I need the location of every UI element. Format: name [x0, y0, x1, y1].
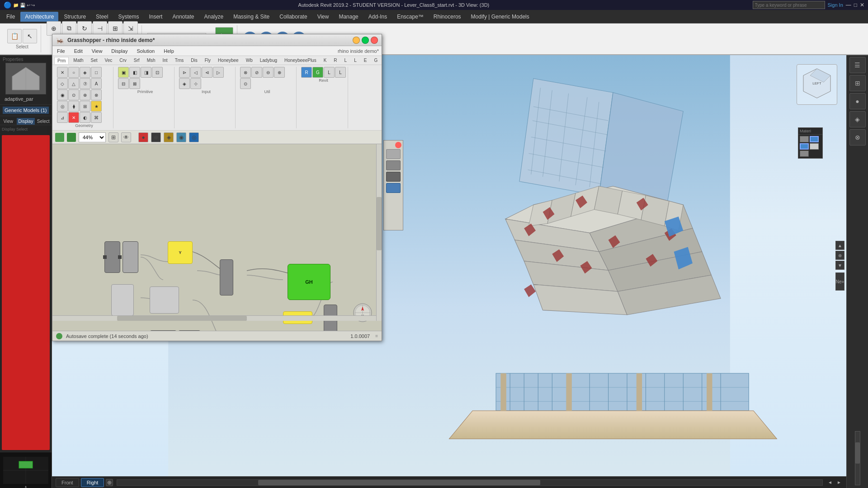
gh-zoom-dropdown[interactable]: 44%	[79, 132, 106, 142]
gh-comp-19[interactable]: ◐	[80, 112, 90, 123]
gh-menu-display[interactable]: Display	[109, 47, 129, 55]
gh-comp-12[interactable]: ⊗	[91, 89, 102, 100]
scroll-right-btn[interactable]: ►	[835, 479, 843, 486]
mirror-btn[interactable]: ⊣	[93, 21, 107, 36]
gh-rtab-crv[interactable]: Crv	[117, 57, 129, 64]
rs-btn-3[interactable]: ●	[849, 93, 866, 109]
tab-view[interactable]: View	[313, 12, 334, 22]
rs-btn-2[interactable]: ⊞	[849, 75, 866, 91]
gh-node-row3-2[interactable]	[178, 330, 201, 331]
gh-rtab-vec[interactable]: Vec	[102, 57, 115, 64]
gh-maximize-btn[interactable]	[362, 37, 369, 44]
navigation-cube[interactable]: LEFT	[797, 64, 837, 105]
gh-node-row3-1[interactable]	[150, 330, 177, 331]
gh-comp-15[interactable]: ⊞	[80, 101, 90, 112]
tab-modify[interactable]: Modify | Generic Models	[467, 12, 534, 22]
gh-node-light-1[interactable]	[111, 284, 134, 316]
gh-rtab-prm[interactable]: Prm	[54, 57, 69, 64]
gh-input-6[interactable]: ⊹	[190, 78, 201, 89]
tab-architecture[interactable]: Architecture	[20, 12, 58, 22]
gh-dialog-close-btn[interactable]	[395, 142, 401, 148]
gh-rtab-srf[interactable]: Srf	[131, 57, 142, 64]
gh-canvas-color1-btn[interactable]: ◈	[164, 132, 174, 142]
gh-util-4[interactable]: ⊕	[274, 67, 285, 78]
view-tab-right[interactable]: Right	[81, 478, 104, 487]
gh-comp-7[interactable]: ⑦	[80, 78, 90, 89]
tab-collaborate[interactable]: Collaborate	[275, 12, 311, 22]
gh-node-gray-2[interactable]	[123, 241, 138, 273]
gh-revit-1[interactable]: R	[301, 67, 312, 78]
gh-input-3[interactable]: ⊲	[202, 67, 212, 78]
gh-menu-edit[interactable]: Edit	[72, 47, 85, 55]
rotate-btn[interactable]: ↻	[77, 21, 92, 36]
gh-rtab-e[interactable]: E	[361, 57, 370, 64]
gh-revit-2[interactable]: G	[312, 67, 323, 78]
gh-comp-3[interactable]: ◈	[80, 67, 90, 78]
tab-select-panel[interactable]: Select	[35, 118, 52, 125]
tab-file[interactable]: File	[2, 12, 19, 22]
gh-rtab-trns[interactable]: Trns	[172, 57, 187, 64]
gh-revit-4[interactable]: L	[335, 67, 346, 78]
gh-comp-1[interactable]: ✕	[57, 67, 68, 78]
gh-util-3[interactable]: ⊖	[263, 67, 274, 78]
gh-comp-13[interactable]: ◎	[57, 101, 68, 112]
gh-revit-3[interactable]: L	[324, 67, 335, 78]
tab-systems[interactable]: Systems	[113, 12, 143, 22]
gh-rtab-dis[interactable]: Dis	[188, 57, 200, 64]
tab-display-panel[interactable]: Display	[17, 118, 35, 125]
properties-btn[interactable]: 📋	[7, 29, 22, 43]
horiz-scrollbar[interactable]	[117, 479, 823, 486]
gh-node-gray-1[interactable]	[104, 241, 120, 273]
keyword-search[interactable]	[753, 1, 825, 9]
gh-canvas-color3-btn[interactable]: ◎	[189, 132, 199, 142]
swatch-1[interactable]	[800, 136, 809, 142]
gh-canvas-color2-btn[interactable]: ◉	[176, 132, 186, 142]
gh-prim-2[interactable]: ◧	[129, 67, 140, 78]
gh-close-btn[interactable]	[371, 37, 378, 44]
scale-btn[interactable]: ⇲	[123, 21, 138, 36]
move-btn[interactable]: ⊕	[47, 21, 61, 36]
gh-rtab-l1[interactable]: L	[342, 57, 350, 64]
viewport-expand-btn[interactable]: ⊕	[835, 251, 844, 260]
window-maximize[interactable]: □	[854, 2, 857, 8]
gh-rtab-l2[interactable]: L	[351, 57, 359, 64]
gh-comp-5[interactable]: ◇	[57, 78, 68, 89]
gh-dialog-btn-4[interactable]	[386, 183, 401, 193]
gh-rtab-r[interactable]: R	[331, 57, 340, 64]
tab-enscape[interactable]: Enscape™	[392, 12, 428, 22]
gh-input-1[interactable]: ⊳	[179, 67, 190, 78]
gh-scrollbar-vertical[interactable]	[376, 144, 382, 321]
gh-dialog-btn-2[interactable]	[386, 160, 401, 170]
gh-canvas-view-btn[interactable]: 👁	[121, 132, 131, 142]
gh-comp-9[interactable]: ◉	[57, 89, 68, 100]
gh-rtab-msh[interactable]: Msh	[144, 57, 158, 64]
rs-btn-4[interactable]: ◈	[849, 111, 866, 127]
gh-rtab-set[interactable]: Set	[88, 57, 100, 64]
gh-menu-help[interactable]: Help	[162, 47, 176, 55]
gh-rtab-k[interactable]: K	[321, 57, 330, 64]
gh-canvas[interactable]: Y GH	[52, 144, 382, 331]
gh-rtab-honeybeep[interactable]: HoneybeeePlus	[282, 57, 319, 64]
gh-dialog-btn-1[interactable]	[386, 149, 401, 159]
gh-node-green-main[interactable]: GH	[288, 264, 330, 300]
viewport-next-btn[interactable]: Ne»	[835, 272, 844, 291]
tab-view-panel[interactable]: View	[0, 118, 17, 125]
tab-addins[interactable]: Add-Ins	[364, 12, 392, 22]
rs-btn-5[interactable]: ⊗	[849, 129, 866, 145]
gh-node-mid-1[interactable]	[220, 259, 233, 296]
swatch-blue-2[interactable]	[800, 143, 809, 150]
gh-canvas-red-btn[interactable]: ●	[138, 132, 148, 142]
gh-rtab-g[interactable]: G	[371, 57, 380, 64]
gh-input-2[interactable]: ◁	[190, 67, 201, 78]
copy-btn[interactable]: ⧉	[62, 21, 76, 36]
gh-canvas-grid-btn[interactable]: ⊞	[108, 132, 118, 142]
gh-prim-3[interactable]: ◨	[141, 67, 151, 78]
gh-comp-18[interactable]: ✕	[68, 112, 79, 123]
viewport-up-btn[interactable]: ▲	[835, 241, 844, 250]
gh-prim-1[interactable]: ▣	[118, 67, 129, 78]
view-tab-front[interactable]: Front	[56, 478, 79, 487]
tab-insert[interactable]: Insert	[144, 12, 167, 22]
gh-prim-6[interactable]: ⊠	[129, 78, 140, 89]
gh-comp-20[interactable]: ⌘	[91, 112, 102, 123]
generic-models-item[interactable]: Generic Models (1)	[3, 107, 49, 114]
